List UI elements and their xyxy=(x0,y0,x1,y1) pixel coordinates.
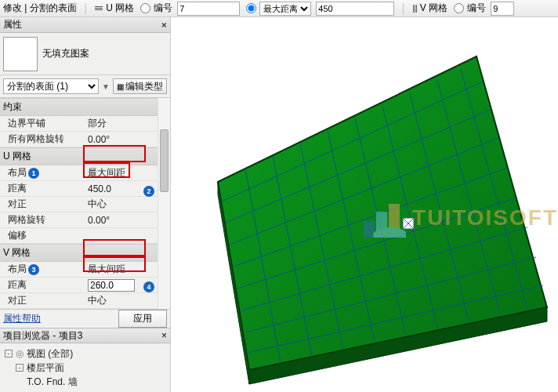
property-grid: 约束⌄ 边界平铺部分 所有网格旋转0.00°= U 网格⌄ 布局1最大间距 距离… xyxy=(0,98,170,309)
row-boundary-tile[interactable]: 边界平铺部分 xyxy=(0,116,170,132)
u-number-input[interactable] xyxy=(177,2,240,16)
row-all-grid-rot[interactable]: 所有网格旋转0.00°= xyxy=(0,132,170,147)
u-grid-field: U 网格 xyxy=(95,2,134,15)
u-number-radio[interactable]: 编号 xyxy=(139,2,172,15)
project-browser-titlebar: 项目浏览器 - 项目3 × xyxy=(0,328,170,343)
u-dist-select[interactable]: 最大距离 xyxy=(259,2,311,16)
section-v-grid[interactable]: V 网格⌄ xyxy=(0,244,170,262)
instance-selector[interactable]: 分割的表面 (1) xyxy=(3,78,99,94)
close-icon[interactable]: × xyxy=(161,20,167,31)
modify-label: 修改 | 分割的表面 xyxy=(3,2,77,15)
grid-icon: ▦ xyxy=(117,82,124,91)
vlines-icon xyxy=(413,5,417,13)
row-u-grid-rot[interactable]: 网格旋转0.00° xyxy=(0,212,170,228)
row-u-layout[interactable]: 布局1最大间距 xyxy=(0,165,170,181)
close-icon[interactable]: × xyxy=(161,330,167,341)
v-distance-input[interactable] xyxy=(88,279,135,292)
property-scrollbar[interactable] xyxy=(158,98,170,309)
u-dist-radio-input[interactable] xyxy=(246,3,256,13)
section-constraint[interactable]: 约束⌄ xyxy=(0,98,170,116)
3d-viewport[interactable]: TUITOISOFT xyxy=(171,17,558,392)
row-u-justify[interactable]: 对正中心 xyxy=(0,197,170,212)
type-thumbnail[interactable] xyxy=(3,37,38,71)
tree-root[interactable]: -◎视图 (全部) xyxy=(5,347,165,361)
u-number-radio-input[interactable] xyxy=(140,3,150,13)
properties-header: 无填充图案 xyxy=(0,33,170,75)
property-footer: 属性帮助 应用 xyxy=(0,309,170,328)
section-u-grid[interactable]: U 网格⌄ xyxy=(0,147,170,165)
v-number-radio-input[interactable] xyxy=(454,3,464,13)
tree-leaf[interactable]: T.O. Fnd. 墙 xyxy=(27,375,165,389)
properties-titlebar: 属性 × xyxy=(0,17,170,33)
properties-panel: 属性 × 无填充图案 分割的表面 (1) ▼ ▦ 编辑类型 约束⌄ 边界平铺部分… xyxy=(0,17,171,392)
row-u-offset[interactable]: 偏移 xyxy=(0,228,170,244)
row-u-distance[interactable]: 距离450.02= xyxy=(0,181,170,197)
project-browser-tree: -◎视图 (全部) -楼层平面 T.O. Fnd. 墙 xyxy=(0,343,170,392)
row-v-justify[interactable]: 对正中心 xyxy=(0,293,170,309)
v-grid-field: V 网格 xyxy=(413,2,447,15)
row-v-layout[interactable]: 布局3最大间距 xyxy=(0,262,170,278)
tree-floorplans[interactable]: -楼层平面 xyxy=(16,361,165,375)
options-toolbar: 修改 | 分割的表面 │ U 网格 编号 最大距离 │ V 网格 编号 xyxy=(0,0,558,17)
property-help-link[interactable]: 属性帮助 xyxy=(3,312,41,325)
v-number-input[interactable] xyxy=(491,2,514,16)
v-number-radio[interactable]: 编号 xyxy=(452,2,486,15)
u-dist-radio[interactable]: 最大距离 xyxy=(245,2,311,16)
apply-button[interactable]: 应用 xyxy=(118,310,167,328)
hlines-icon xyxy=(95,6,103,10)
divided-surface xyxy=(171,17,558,392)
instance-selector-row: 分割的表面 (1) ▼ ▦ 编辑类型 xyxy=(0,75,170,98)
type-name: 无填充图案 xyxy=(42,47,89,60)
row-v-distance[interactable]: 距离4 xyxy=(0,278,170,293)
u-dist-input[interactable] xyxy=(316,2,394,16)
edit-type-button[interactable]: ▦ 编辑类型 xyxy=(113,78,167,94)
